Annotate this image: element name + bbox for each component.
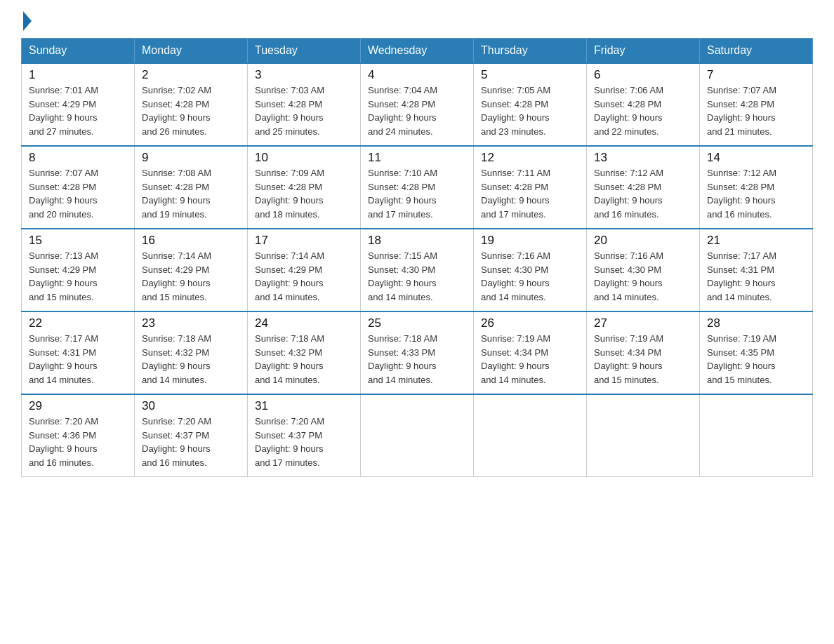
logo — [21, 14, 32, 31]
calendar-day-cell: 4 Sunrise: 7:04 AMSunset: 4:28 PMDayligh… — [361, 63, 474, 146]
day-number: 27 — [594, 316, 692, 330]
calendar-day-cell: 25 Sunrise: 7:18 AMSunset: 4:33 PMDaylig… — [361, 311, 474, 394]
calendar-day-cell: 27 Sunrise: 7:19 AMSunset: 4:34 PMDaylig… — [587, 311, 700, 394]
calendar-table: SundayMondayTuesdayWednesdayThursdayFrid… — [21, 38, 813, 477]
calendar-day-cell: 18 Sunrise: 7:15 AMSunset: 4:30 PMDaylig… — [361, 229, 474, 311]
day-of-week-header: Friday — [587, 39, 700, 64]
day-number: 19 — [481, 234, 579, 248]
day-info: Sunrise: 7:12 AMSunset: 4:28 PMDaylight:… — [594, 168, 663, 220]
calendar-day-cell: 15 Sunrise: 7:13 AMSunset: 4:29 PMDaylig… — [22, 229, 135, 311]
day-info: Sunrise: 7:18 AMSunset: 4:32 PMDaylight:… — [142, 333, 211, 385]
calendar-day-cell: 2 Sunrise: 7:02 AMSunset: 4:28 PMDayligh… — [135, 63, 248, 146]
day-of-week-header: Wednesday — [361, 39, 474, 64]
calendar-day-cell: 16 Sunrise: 7:14 AMSunset: 4:29 PMDaylig… — [135, 229, 248, 311]
day-number: 21 — [707, 234, 805, 248]
calendar-day-cell: 6 Sunrise: 7:06 AMSunset: 4:28 PMDayligh… — [587, 63, 700, 146]
day-info: Sunrise: 7:12 AMSunset: 4:28 PMDaylight:… — [707, 168, 776, 220]
day-info: Sunrise: 7:01 AMSunset: 4:29 PMDaylight:… — [29, 85, 98, 137]
day-number: 25 — [368, 316, 466, 330]
calendar-day-cell: 3 Sunrise: 7:03 AMSunset: 4:28 PMDayligh… — [248, 63, 361, 146]
day-info: Sunrise: 7:17 AMSunset: 4:31 PMDaylight:… — [29, 333, 98, 385]
calendar-day-cell: 7 Sunrise: 7:07 AMSunset: 4:28 PMDayligh… — [700, 63, 813, 146]
day-number: 14 — [707, 151, 805, 165]
day-info: Sunrise: 7:08 AMSunset: 4:28 PMDaylight:… — [142, 168, 211, 220]
calendar-day-cell: 26 Sunrise: 7:19 AMSunset: 4:34 PMDaylig… — [474, 311, 587, 394]
day-info: Sunrise: 7:19 AMSunset: 4:34 PMDaylight:… — [594, 333, 663, 385]
day-number: 7 — [707, 68, 805, 82]
day-info: Sunrise: 7:02 AMSunset: 4:28 PMDaylight:… — [142, 85, 211, 137]
day-number: 3 — [255, 68, 353, 82]
day-number: 4 — [368, 68, 466, 82]
day-number: 22 — [29, 316, 127, 330]
calendar-day-cell: 20 Sunrise: 7:16 AMSunset: 4:30 PMDaylig… — [587, 229, 700, 311]
calendar-day-cell: 21 Sunrise: 7:17 AMSunset: 4:31 PMDaylig… — [700, 229, 813, 311]
day-info: Sunrise: 7:09 AMSunset: 4:28 PMDaylight:… — [255, 168, 324, 220]
day-info: Sunrise: 7:13 AMSunset: 4:29 PMDaylight:… — [29, 250, 98, 302]
day-number: 11 — [368, 151, 466, 165]
day-info: Sunrise: 7:18 AMSunset: 4:32 PMDaylight:… — [255, 333, 324, 385]
day-of-week-header: Sunday — [22, 39, 135, 64]
calendar-week-row: 22 Sunrise: 7:17 AMSunset: 4:31 PMDaylig… — [22, 311, 813, 394]
day-number: 1 — [29, 68, 127, 82]
calendar-day-cell: 31 Sunrise: 7:20 AMSunset: 4:37 PMDaylig… — [248, 394, 361, 477]
day-info: Sunrise: 7:16 AMSunset: 4:30 PMDaylight:… — [594, 250, 663, 302]
day-info: Sunrise: 7:07 AMSunset: 4:28 PMDaylight:… — [707, 85, 776, 137]
day-number: 9 — [142, 151, 240, 165]
day-info: Sunrise: 7:16 AMSunset: 4:30 PMDaylight:… — [481, 250, 550, 302]
day-number: 6 — [594, 68, 692, 82]
calendar-header-row: SundayMondayTuesdayWednesdayThursdayFrid… — [22, 39, 813, 64]
day-info: Sunrise: 7:07 AMSunset: 4:28 PMDaylight:… — [29, 168, 98, 220]
day-info: Sunrise: 7:11 AMSunset: 4:28 PMDaylight:… — [481, 168, 550, 220]
calendar-day-cell: 23 Sunrise: 7:18 AMSunset: 4:32 PMDaylig… — [135, 311, 248, 394]
day-number: 10 — [255, 151, 353, 165]
day-number: 29 — [29, 399, 127, 413]
calendar-day-cell: 13 Sunrise: 7:12 AMSunset: 4:28 PMDaylig… — [587, 146, 700, 229]
day-info: Sunrise: 7:17 AMSunset: 4:31 PMDaylight:… — [707, 250, 776, 302]
day-info: Sunrise: 7:06 AMSunset: 4:28 PMDaylight:… — [594, 85, 663, 137]
calendar-day-cell: 14 Sunrise: 7:12 AMSunset: 4:28 PMDaylig… — [700, 146, 813, 229]
day-number: 13 — [594, 151, 692, 165]
day-number: 28 — [707, 316, 805, 330]
day-number: 2 — [142, 68, 240, 82]
day-number: 18 — [368, 234, 466, 248]
calendar-day-cell: 1 Sunrise: 7:01 AMSunset: 4:29 PMDayligh… — [22, 63, 135, 146]
calendar-day-cell: 5 Sunrise: 7:05 AMSunset: 4:28 PMDayligh… — [474, 63, 587, 146]
calendar-day-cell: 12 Sunrise: 7:11 AMSunset: 4:28 PMDaylig… — [474, 146, 587, 229]
day-info: Sunrise: 7:19 AMSunset: 4:34 PMDaylight:… — [481, 333, 550, 385]
day-number: 30 — [142, 399, 240, 413]
logo-arrow-icon — [23, 11, 32, 31]
calendar-day-cell: 28 Sunrise: 7:19 AMSunset: 4:35 PMDaylig… — [700, 311, 813, 394]
day-of-week-header: Saturday — [700, 39, 813, 64]
calendar-day-cell: 11 Sunrise: 7:10 AMSunset: 4:28 PMDaylig… — [361, 146, 474, 229]
day-number: 8 — [29, 151, 127, 165]
day-info: Sunrise: 7:18 AMSunset: 4:33 PMDaylight:… — [368, 333, 437, 385]
calendar-day-cell — [700, 394, 813, 477]
day-info: Sunrise: 7:05 AMSunset: 4:28 PMDaylight:… — [481, 85, 550, 137]
calendar-day-cell: 9 Sunrise: 7:08 AMSunset: 4:28 PMDayligh… — [135, 146, 248, 229]
calendar-week-row: 15 Sunrise: 7:13 AMSunset: 4:29 PMDaylig… — [22, 229, 813, 311]
calendar-day-cell: 19 Sunrise: 7:16 AMSunset: 4:30 PMDaylig… — [474, 229, 587, 311]
day-of-week-header: Monday — [135, 39, 248, 64]
page-header — [21, 14, 813, 31]
calendar-day-cell — [474, 394, 587, 477]
day-info: Sunrise: 7:20 AMSunset: 4:36 PMDaylight:… — [29, 416, 98, 468]
calendar-day-cell: 10 Sunrise: 7:09 AMSunset: 4:28 PMDaylig… — [248, 146, 361, 229]
calendar-day-cell: 24 Sunrise: 7:18 AMSunset: 4:32 PMDaylig… — [248, 311, 361, 394]
calendar-day-cell — [587, 394, 700, 477]
day-number: 12 — [481, 151, 579, 165]
day-info: Sunrise: 7:10 AMSunset: 4:28 PMDaylight:… — [368, 168, 437, 220]
day-number: 26 — [481, 316, 579, 330]
day-number: 24 — [255, 316, 353, 330]
day-info: Sunrise: 7:15 AMSunset: 4:30 PMDaylight:… — [368, 250, 437, 302]
calendar-day-cell: 17 Sunrise: 7:14 AMSunset: 4:29 PMDaylig… — [248, 229, 361, 311]
day-of-week-header: Tuesday — [248, 39, 361, 64]
day-number: 15 — [29, 234, 127, 248]
day-info: Sunrise: 7:03 AMSunset: 4:28 PMDaylight:… — [255, 85, 324, 137]
day-info: Sunrise: 7:04 AMSunset: 4:28 PMDaylight:… — [368, 85, 437, 137]
calendar-day-cell: 8 Sunrise: 7:07 AMSunset: 4:28 PMDayligh… — [22, 146, 135, 229]
day-info: Sunrise: 7:20 AMSunset: 4:37 PMDaylight:… — [142, 416, 211, 468]
calendar-week-row: 1 Sunrise: 7:01 AMSunset: 4:29 PMDayligh… — [22, 63, 813, 146]
day-of-week-header: Thursday — [474, 39, 587, 64]
day-number: 20 — [594, 234, 692, 248]
day-info: Sunrise: 7:20 AMSunset: 4:37 PMDaylight:… — [255, 416, 324, 468]
